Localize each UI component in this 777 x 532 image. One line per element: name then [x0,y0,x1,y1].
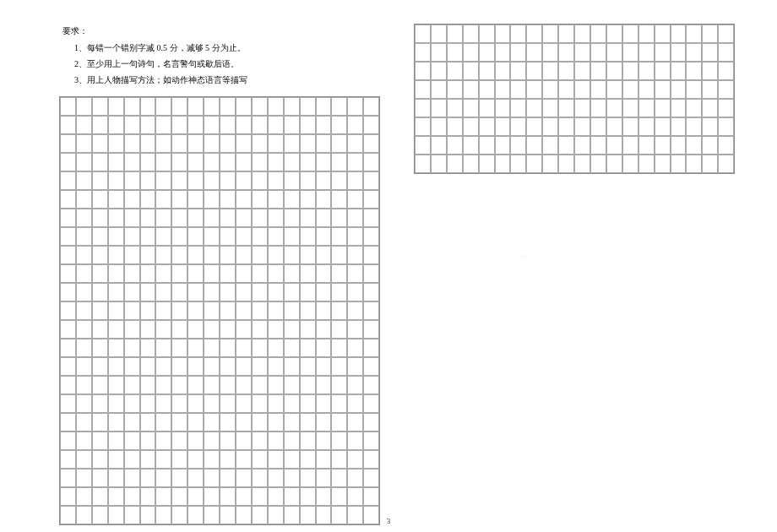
grid-cell [300,320,316,339]
grid-cell [220,97,236,116]
grid-cell [510,117,526,136]
grid-row [60,487,379,506]
grid-cell [171,394,187,413]
grid-cell [268,209,284,227]
grid-cell [655,62,671,80]
grid-cell [415,80,431,99]
grid-cell [463,155,479,173]
grid-cell [220,227,236,246]
grid-row [60,264,379,283]
grid-cell [702,62,718,80]
grid-cell [268,357,284,376]
grid-cell [447,117,463,136]
grid-cell [331,506,347,524]
grid-cell [60,469,76,487]
grid-cell [252,413,268,432]
grid-cell [204,320,220,339]
grid-cell [347,264,363,283]
grid-cell [638,43,655,62]
grid-cell [204,116,220,134]
grid-cell [463,43,479,62]
grid-cell [300,246,316,264]
instruction-item: 3、用上人物描写方法；如动作神态语言等描写 [62,73,380,88]
grid-cell [300,134,316,153]
grid-cell [187,394,204,413]
grid-cell [463,62,479,80]
grid-cell [590,24,606,43]
grid-cell [60,432,76,450]
grid-cell [124,357,140,376]
grid-cell [316,394,332,413]
grid-cell [300,506,316,524]
grid-cell [479,80,495,99]
grid-cell [686,43,702,62]
grid-cell [60,357,76,376]
grid-cell [606,136,622,155]
grid-cell [331,450,347,469]
grid-cell [204,301,220,320]
grid-cell [92,469,108,487]
grid-cell [622,80,638,99]
grid-cell [300,283,316,301]
grid-cell [284,339,300,357]
grid-cell [284,450,300,469]
grid-cell [510,62,526,80]
grid-cell [574,62,590,80]
grid-cell [108,432,124,450]
grid-row [60,376,379,394]
grid-cell [363,153,379,171]
grid-cell [638,24,655,43]
grid-cell [590,80,606,99]
grid-cell [236,153,252,171]
grid-cell [431,136,447,155]
grid-cell [702,24,718,43]
grid-cell [155,339,171,357]
grid-cell [686,80,702,99]
grid-cell [187,134,204,153]
grid-cell [140,357,156,376]
grid-cell [606,24,622,43]
grid-cell [60,209,76,227]
grid-cell [300,264,316,283]
grid-cell [252,153,268,171]
grid-cell [171,134,187,153]
grid-cell [347,209,363,227]
grid-cell [702,117,718,136]
grid-cell [60,283,76,301]
grid-cell [60,134,76,153]
grid-cell [638,136,655,155]
grid-cell [268,339,284,357]
grid-cell [590,62,606,80]
grid-cell [590,136,606,155]
grid-cell [331,432,347,450]
grid-cell [574,136,590,155]
grid-cell [284,227,300,246]
grid-cell [187,171,204,190]
grid-cell [140,283,156,301]
grid-cell [220,190,236,209]
grid-cell [140,264,156,283]
grid-cell [155,227,171,246]
grid-cell [702,43,718,62]
grid-cell [671,62,687,80]
grid-cell [268,134,284,153]
grid-cell [300,413,316,432]
grid-cell [316,301,332,320]
grid-cell [284,134,300,153]
grid-cell [268,246,284,264]
grid-cell [331,227,347,246]
grid-row [415,62,734,80]
grid-cell [171,209,187,227]
grid-cell [252,339,268,357]
grid-cell [268,264,284,283]
grid-cell [622,99,638,117]
grid-cell [108,376,124,394]
grid-cell [510,43,526,62]
grid-cell [236,190,252,209]
grid-cell [108,469,124,487]
grid-cell [252,357,268,376]
grid-cell [347,432,363,450]
grid-cell [431,99,447,117]
grid-cell [316,209,332,227]
grid-cell [187,246,204,264]
